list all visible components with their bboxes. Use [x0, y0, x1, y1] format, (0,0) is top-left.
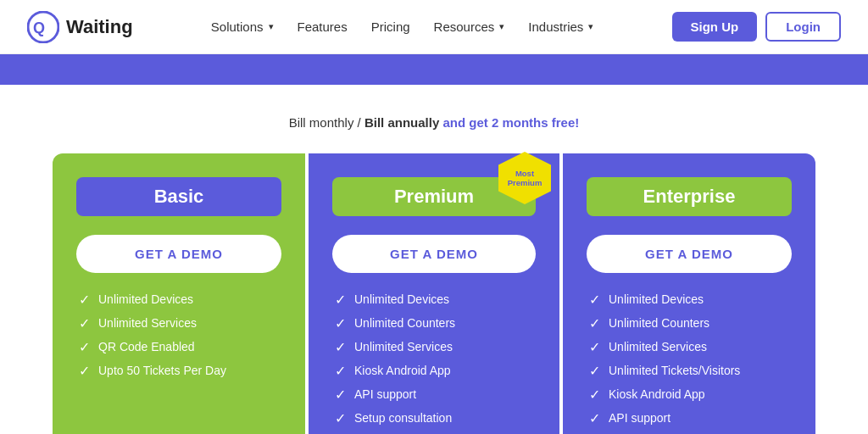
check-icon: ✓ [587, 410, 602, 426]
demo-button-enterprise[interactable]: GET A DEMO [587, 235, 792, 273]
list-item: ✓ QR Code Enabled [76, 339, 281, 354]
billing-highlight: and get 2 months free! [442, 115, 579, 130]
plans-grid: Basic GET A DEMO ✓ Unlimited Devices ✓ U… [53, 153, 815, 434]
nav-item-resources[interactable]: Resources ▾ [434, 19, 505, 34]
list-item: ✓ Unlimited Devices [76, 292, 281, 307]
plan-name-basic: Basic [76, 177, 281, 216]
billing-toggle: Bill monthly / Bill annually and get 2 m… [34, 115, 834, 130]
list-item: ✓ Unlimited Devices [587, 292, 792, 307]
list-item: ✓ Setup consultation [332, 410, 536, 426]
check-icon: ✓ [76, 292, 92, 307]
check-icon: ✓ [587, 387, 602, 402]
login-button[interactable]: Login [765, 12, 841, 42]
list-item: ✓ Unlimited Services [587, 339, 792, 354]
nav-item-features[interactable]: Features [298, 19, 348, 34]
nav-item-pricing[interactable]: Pricing [371, 19, 410, 34]
check-icon: ✓ [587, 315, 602, 331]
check-icon: ✓ [587, 363, 602, 378]
bill-monthly-label: Bill monthly [289, 115, 354, 130]
check-icon: ✓ [332, 410, 348, 426]
features-list-basic: ✓ Unlimited Devices ✓ Unlimited Services… [76, 292, 281, 378]
plan-name-enterprise: Enterprise [587, 177, 792, 216]
brand-logo[interactable]: Q Waiting [27, 11, 133, 43]
demo-button-premium[interactable]: GET A DEMO [332, 235, 536, 273]
list-item: ✓ Unlimited Tickets/Visitors [587, 363, 792, 378]
chevron-down-icon: ▾ [588, 21, 593, 32]
check-icon: ✓ [332, 315, 348, 331]
check-icon: ✓ [587, 292, 602, 307]
chevron-down-icon: ▾ [269, 21, 274, 32]
features-list-enterprise: ✓ Unlimited Devices ✓ Unlimited Counters… [587, 292, 792, 426]
plan-card-basic: Basic GET A DEMO ✓ Unlimited Devices ✓ U… [53, 153, 305, 434]
plan-card-enterprise: Enterprise GET A DEMO ✓ Unlimited Device… [563, 153, 815, 434]
check-icon: ✓ [587, 339, 602, 354]
list-item: ✓ Unlimited Counters [332, 315, 536, 331]
list-item: ✓ Unlimited Services [76, 315, 281, 331]
check-icon: ✓ [332, 339, 348, 354]
features-list-premium: ✓ Unlimited Devices ✓ Unlimited Counters… [332, 292, 536, 426]
list-item: ✓ Unlimited Counters [587, 315, 792, 331]
billing-separator: / [358, 115, 364, 130]
bill-annually-label: Bill annually [364, 115, 439, 130]
brand-name: Waiting [66, 16, 133, 38]
plan-card-premium: Most Premium Premium GET A DEMO ✓ Unlimi… [309, 153, 559, 434]
navbar: Q Waiting Solutions ▾ Features Pricing R… [0, 0, 868, 54]
check-icon: ✓ [76, 339, 92, 354]
svg-text:Q: Q [33, 19, 45, 36]
list-item: ✓ Kiosk Android App [587, 387, 792, 402]
demo-button-basic[interactable]: GET A DEMO [76, 235, 281, 273]
list-item: ✓ Unlimited Services [332, 339, 536, 354]
check-icon: ✓ [332, 292, 348, 307]
check-icon: ✓ [76, 315, 92, 331]
chevron-down-icon: ▾ [499, 21, 504, 32]
list-item: ✓ Unlimited Devices [332, 292, 536, 307]
nav-item-solutions[interactable]: Solutions ▾ [211, 19, 274, 34]
list-item: ✓ Kiosk Android App [332, 363, 536, 378]
pricing-section: Bill monthly / Bill annually and get 2 m… [0, 85, 868, 434]
check-icon: ✓ [332, 387, 348, 402]
list-item: ✓ Upto 50 Tickets Per Day [76, 363, 281, 378]
list-item: ✓ API support [587, 410, 792, 426]
check-icon: ✓ [332, 363, 348, 378]
signup-button[interactable]: Sign Up [672, 12, 758, 42]
nav-menu: Solutions ▾ Features Pricing Resources ▾… [211, 19, 594, 34]
promo-banner [0, 54, 868, 85]
nav-item-industries[interactable]: Industries ▾ [528, 19, 593, 34]
nav-actions: Sign Up Login [672, 12, 842, 42]
check-icon: ✓ [76, 363, 92, 378]
list-item: ✓ API support [332, 387, 536, 402]
